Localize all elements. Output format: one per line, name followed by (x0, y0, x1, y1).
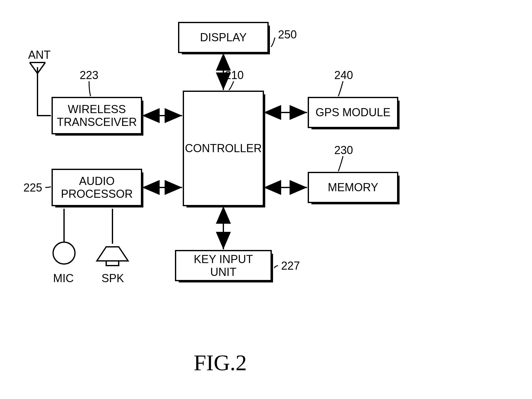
block-display-label: DISPLAY (200, 31, 246, 44)
ref-keyinput: 227 (281, 259, 300, 272)
svg-line-1 (30, 62, 37, 73)
ref-audio: 225 (23, 181, 42, 194)
label-speaker: SPK (102, 272, 124, 285)
antenna-icon (30, 62, 45, 73)
wire-antenna (37, 67, 51, 116)
leader-audio (45, 187, 51, 187)
figure-caption: FIG.2 (194, 350, 247, 376)
label-mic: MIC (53, 272, 74, 285)
diagram-canvas: DISPLAY WIRELESS TRANSCEIVER CONTROLLER … (0, 0, 532, 399)
leader-display (271, 37, 275, 47)
svg-rect-3 (106, 261, 119, 266)
block-audio: AUDIO PROCESSOR (52, 169, 142, 206)
block-memory: MEMORY (308, 172, 398, 203)
block-gps-label: GPS MODULE (316, 106, 390, 119)
speaker-icon (97, 247, 128, 266)
block-wireless: WIRELESS TRANSCEIVER (52, 97, 142, 134)
leader-memory (338, 156, 343, 171)
leader-controller (229, 81, 234, 90)
ref-gps: 240 (334, 69, 353, 82)
ref-memory: 230 (334, 144, 353, 157)
block-controller-label: CONTROLLER (185, 142, 262, 155)
block-memory-label: MEMORY (328, 181, 378, 194)
label-antenna: ANT (28, 48, 51, 62)
block-display: DISPLAY (178, 22, 269, 53)
ref-controller: 210 (225, 69, 244, 82)
leader-keyinput (274, 266, 278, 268)
block-controller: CONTROLLER (183, 91, 264, 206)
ref-display: 250 (278, 28, 297, 41)
mic-icon (53, 242, 75, 264)
block-audio-label: AUDIO PROCESSOR (61, 175, 133, 201)
block-wireless-label: WIRELESS TRANSCEIVER (57, 103, 137, 129)
leader-wireless (89, 81, 91, 96)
ref-wireless: 223 (80, 69, 98, 82)
svg-line-2 (37, 62, 45, 73)
block-keyinput: KEY INPUT UNIT (175, 250, 272, 281)
leader-gps (338, 81, 343, 96)
block-keyinput-label: KEY INPUT UNIT (179, 253, 267, 279)
block-gps: GPS MODULE (308, 97, 398, 128)
